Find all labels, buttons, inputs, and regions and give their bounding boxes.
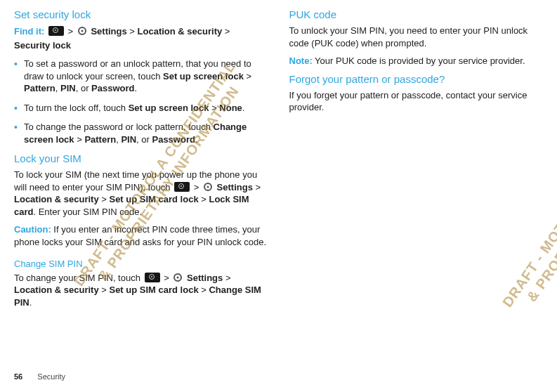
set-up-sim-card-lock: Set up SIM card lock — [109, 194, 198, 204]
separator: > — [244, 71, 251, 81]
settings-gear-icon — [77, 26, 87, 36]
comma: , — [55, 83, 60, 93]
settings-gear-icon — [173, 273, 183, 282]
apps-icon — [48, 26, 64, 36]
caution-label: Caution: — [14, 224, 51, 235]
text: To turn the lock off, touch — [24, 103, 129, 113]
caution-paragraph: Caution: If you enter an incorrect PIN c… — [14, 223, 268, 248]
password: Password — [91, 83, 134, 93]
separator: > — [225, 273, 231, 283]
none: None — [219, 103, 242, 113]
pin: PIN — [60, 83, 76, 93]
period: . — [30, 297, 32, 308]
location-security-label: Location & security — [14, 285, 99, 295]
pin: PIN — [121, 134, 136, 145]
left-column: Set security lock Find it: > Settings > … — [14, 6, 268, 314]
pattern: Pattern — [24, 83, 55, 93]
note-label: Note: — [289, 55, 313, 66]
separator: > — [99, 194, 110, 204]
password: Password — [152, 134, 195, 145]
page-section-title: Security — [37, 372, 65, 381]
list-item: To turn the lock off, touch Set up scree… — [14, 102, 268, 115]
separator: > — [129, 26, 137, 37]
find-it-label: Find it: — [14, 26, 44, 37]
set-up-screen-lock: Set up screen lock — [129, 103, 209, 113]
svg-point-5 — [177, 276, 179, 278]
settings-label: Settings — [217, 182, 253, 192]
location-security-label: Location & security — [14, 194, 99, 204]
separator: > — [99, 285, 110, 295]
separator: > — [74, 134, 85, 145]
caution-text: If you enter an incorrect PIN code three… — [14, 224, 266, 247]
puk-paragraph: To unlock your SIM PIN, you need to ente… — [289, 25, 544, 49]
note-text: Your PUK code is provided by your servic… — [313, 55, 525, 66]
security-lock-label: Security lock — [14, 40, 71, 51]
page-number: 56 — [14, 372, 22, 381]
section-forgot-pattern: Forgot your pattern or passcode? — [289, 73, 544, 85]
right-column: PUK code To unlock your SIM PIN, you nee… — [289, 6, 544, 314]
apps-icon — [174, 182, 190, 192]
pattern: Pattern — [84, 134, 116, 145]
period: . — [135, 83, 138, 93]
lock-sim-paragraph: To lock your SIM (the next time you powe… — [14, 169, 268, 218]
or: , or — [76, 83, 91, 93]
text: To change your SIM PIN, touch — [14, 273, 143, 283]
text: . Enter your SIM PIN code. — [33, 207, 142, 217]
text: To change the password or lock pattern, … — [24, 122, 214, 132]
note-paragraph: Note: Your PUK code is provided by your … — [289, 55, 544, 67]
section-set-security-lock: Set security lock — [14, 8, 268, 20]
forgot-paragraph: If you forget your pattern or passcode, … — [289, 89, 544, 114]
period: . — [195, 134, 198, 145]
section-lock-your-sim: Lock your SIM — [14, 152, 268, 164]
svg-point-3 — [207, 185, 209, 188]
svg-point-1 — [81, 30, 83, 32]
list-item: To change the password or lock pattern, … — [14, 121, 268, 145]
location-security-label: Location & security — [138, 26, 223, 37]
change-sim-pin-paragraph: To change your SIM PIN, touch > Settings… — [14, 272, 268, 309]
separator: > — [201, 285, 209, 295]
settings-label: Settings — [91, 26, 126, 37]
period: . — [242, 103, 245, 113]
separator: > — [209, 103, 220, 113]
separator: > — [199, 194, 209, 204]
set-up-screen-lock: Set up screen lock — [163, 71, 244, 81]
separator: > — [225, 26, 230, 37]
subsection-change-sim-pin: Change SIM PIN — [14, 259, 268, 269]
settings-gear-icon — [203, 182, 213, 192]
section-puk-code: PUK code — [289, 8, 544, 20]
apps-icon — [145, 273, 160, 282]
page-footer: 56 Security — [14, 372, 65, 381]
instructions-list: To set a password or an unlock pattern, … — [14, 58, 268, 145]
find-it-line: Find it: > Settings > Location & securit… — [14, 25, 268, 52]
settings-label: Settings — [187, 273, 223, 283]
or: , or — [136, 134, 152, 145]
set-up-sim-card-lock: Set up SIM card lock — [109, 285, 198, 295]
separator: > — [253, 182, 261, 192]
list-item: To set a password or an unlock pattern, … — [14, 58, 268, 95]
